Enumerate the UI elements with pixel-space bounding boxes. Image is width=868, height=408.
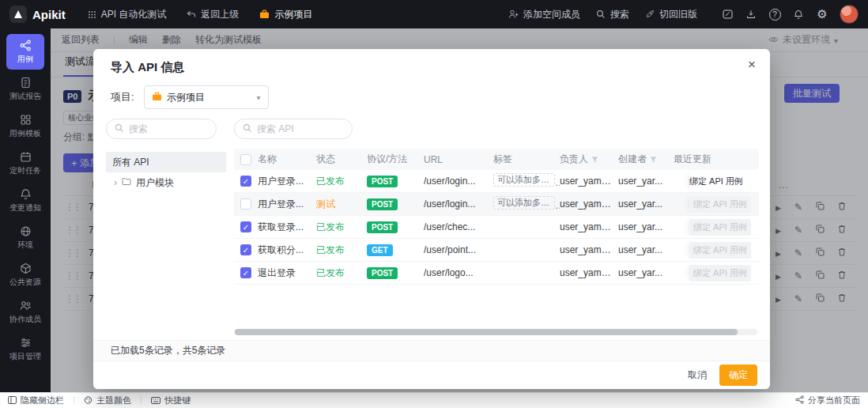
api-tag: 可以添加多个标...	[493, 173, 555, 187]
user-avatar[interactable]	[840, 5, 859, 24]
theme-color-button[interactable]: 主题颜色	[84, 395, 131, 406]
bell-icon[interactable]	[789, 5, 808, 24]
sidebar-item-collaborators[interactable]: 协作成员	[6, 294, 44, 330]
members-icon	[20, 300, 32, 312]
api-row[interactable]: 获取积分... 已发布 GET /user/point... user_yamc…	[234, 239, 759, 262]
api-creator: user_yar...	[618, 221, 674, 232]
app-window: Apikit API 自动化测试 返回上级 示例项目 添	[0, 0, 868, 408]
row-checkbox[interactable]	[240, 176, 251, 187]
api-table: 名称 状态 协议/方法 URL 标签 负责人 创建者 最近更新 用户登录... …	[234, 149, 759, 285]
briefcase-icon	[259, 9, 270, 19]
sidebar-item-scheduled-task[interactable]: 定时任务	[6, 145, 44, 181]
share-page-button[interactable]: 分享当前页面	[795, 395, 860, 406]
globe-icon	[20, 225, 32, 237]
horizontal-scrollbar	[234, 329, 757, 335]
flow-icon	[20, 40, 32, 51]
api-url: /user/login...	[424, 198, 493, 210]
group-search[interactable]	[106, 119, 217, 139]
api-creator: user_yar...	[618, 198, 674, 210]
hide-sidebar-button[interactable]: 隐藏侧边栏	[8, 395, 64, 406]
api-status: 已发布	[316, 244, 367, 257]
add-space-member-button[interactable]: 添加空间成员	[508, 8, 580, 21]
statusbar-divider	[141, 396, 142, 405]
confirm-button[interactable]: 确定	[719, 365, 757, 386]
search-icon	[243, 122, 252, 136]
api-name: 用户登录...	[258, 175, 316, 188]
scrollbar-thumb[interactable]	[235, 329, 738, 335]
nav-back-upper[interactable]: 返回上级	[187, 8, 239, 21]
bind-api-case-button[interactable]: 绑定 API 用例	[689, 170, 759, 192]
gear-icon[interactable]	[813, 5, 832, 24]
row-checkbox[interactable]	[240, 198, 251, 210]
download-icon[interactable]	[742, 5, 760, 24]
nav-api-auto-test[interactable]: API 自动化测试	[88, 8, 167, 21]
shortcuts-button[interactable]: 快捷键	[151, 395, 191, 406]
header-name: 名称	[258, 153, 316, 166]
api-owner: user_yamc...	[560, 221, 618, 232]
filter-icon[interactable]	[591, 154, 598, 165]
project-label: 项目:	[111, 90, 134, 104]
filter-icon[interactable]	[650, 154, 657, 165]
sidebar-item-environment[interactable]: 环境	[6, 220, 44, 255]
tree-item-user-module[interactable]: 用户模块	[106, 172, 226, 193]
apikit-logo-icon	[9, 6, 27, 23]
help-icon[interactable]	[765, 5, 784, 24]
switch-old-version-button[interactable]: 切回旧版	[645, 8, 697, 21]
group-search-input[interactable]	[129, 123, 200, 134]
method-badge: POST	[367, 267, 398, 279]
project-select-value: 示例项目	[167, 91, 205, 104]
sidebar-item-public-resource[interactable]: 公共资源	[6, 257, 44, 293]
api-search-input[interactable]	[257, 123, 328, 134]
api-name: 获取登录...	[258, 221, 316, 234]
api-row[interactable]: 用户登录... 已发布 POST /user/login... 可以添加多个标.…	[234, 170, 759, 193]
method-badge: POST	[367, 221, 398, 233]
bind-api-case-button-disabled: 绑定 API 用例	[689, 239, 759, 261]
row-checkbox[interactable]	[240, 221, 251, 232]
global-search-button[interactable]: 搜索	[596, 8, 629, 21]
header-updated: 最近更新	[674, 153, 759, 166]
api-search[interactable]	[234, 119, 353, 139]
panel-icon	[8, 396, 17, 406]
app-logo[interactable]: Apikit	[9, 6, 66, 23]
search-icon	[115, 122, 124, 136]
project-select[interactable]: 示例项目	[144, 85, 269, 109]
cancel-button[interactable]: 取消	[688, 368, 707, 382]
header-tag: 标签	[493, 153, 560, 166]
row-checkbox[interactable]	[240, 267, 251, 278]
question-mark-icon	[769, 9, 781, 21]
nav-project-name[interactable]: 示例项目	[259, 8, 312, 21]
select-all-checkbox[interactable]	[240, 154, 251, 165]
api-row[interactable]: 获取登录... 已发布 POST /user/chec... user_yamc…	[234, 216, 759, 239]
sidebar-item-usecase[interactable]: 用例	[6, 34, 44, 70]
api-tag: 可以添加多个标...	[493, 196, 555, 210]
method-badge: GET	[367, 244, 393, 256]
api-creator: user_yar...	[618, 267, 674, 278]
header-url: URL	[424, 154, 493, 165]
bind-api-case-button-disabled: 绑定 API 用例	[689, 262, 759, 284]
modal-body: 所有 API 用户模块 名称 状态	[106, 119, 759, 340]
cube-icon	[20, 263, 32, 274]
method-badge: POST	[367, 198, 398, 210]
api-table-header: 名称 状态 协议/方法 URL 标签 负责人 创建者 最近更新	[234, 149, 759, 170]
api-owner: user_yamc...	[560, 176, 618, 187]
tree-item-all-api[interactable]: 所有 API	[106, 152, 226, 172]
sidebar-item-change-notice[interactable]: 变更通知	[6, 183, 44, 218]
sidebar-item-project-manage[interactable]: 项目管理	[6, 331, 44, 367]
briefcase-icon	[152, 92, 162, 104]
project-select-row: 项目: 示例项目	[111, 85, 269, 109]
records-loaded-info: 已加载5条记录，共5条记录	[93, 340, 770, 361]
api-status: 已发布	[316, 221, 367, 234]
header-owner: 负责人	[560, 153, 618, 166]
api-row[interactable]: 退出登录 已发布 POST /user/logo... user_yamc...…	[234, 262, 759, 285]
header-status: 状态	[316, 153, 367, 166]
sidebar-item-usecase-template[interactable]: 用例模板	[6, 108, 44, 144]
share-icon	[795, 395, 804, 406]
keyboard-icon	[151, 396, 160, 406]
feedback-icon[interactable]	[718, 5, 737, 24]
api-name: 退出登录	[258, 266, 316, 280]
method-badge: POST	[367, 176, 398, 187]
api-row[interactable]: 用户登录... 测试 POST /user/login... 可以添加多个标..…	[234, 193, 759, 216]
sidebar-item-test-report[interactable]: 测试报告	[6, 71, 44, 107]
row-checkbox[interactable]	[240, 244, 251, 255]
close-icon[interactable]	[748, 57, 756, 73]
